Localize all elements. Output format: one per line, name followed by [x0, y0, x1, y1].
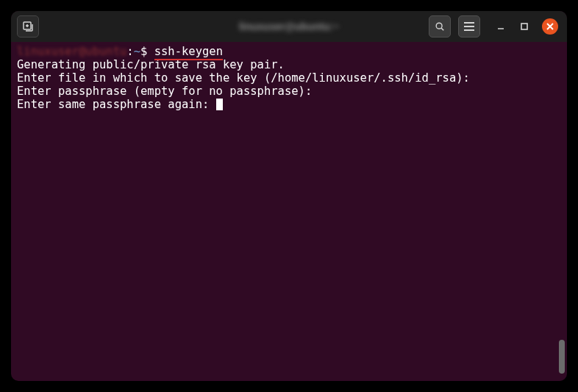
- svg-point-1: [436, 23, 442, 29]
- output-text-4: Enter same passphrase again:: [17, 98, 216, 111]
- prompt-dollar: $: [140, 45, 154, 58]
- titlebar: linuxuser@ubuntu:~: [11, 11, 567, 42]
- prompt-user-host: linuxuser@ubuntu: [17, 45, 126, 58]
- minimize-icon: [496, 22, 505, 31]
- prompt-line: linuxuser@ubuntu:~$ ssh-keygen: [17, 45, 561, 58]
- output-line-2: Enter file in which to save the key (/ho…: [17, 71, 561, 85]
- close-icon: [546, 23, 554, 30]
- window-controls: [495, 18, 558, 35]
- search-button[interactable]: [429, 15, 451, 38]
- output-line-4: Enter same passphrase again:: [17, 98, 561, 111]
- close-button[interactable]: [542, 18, 558, 35]
- svg-line-2: [441, 28, 443, 30]
- new-tab-icon: [22, 21, 34, 32]
- prompt-separator: :: [126, 45, 133, 58]
- window-title: linuxuser@ubuntu:~: [239, 21, 339, 32]
- prompt-path: ~: [134, 45, 140, 58]
- new-tab-button[interactable]: [17, 15, 39, 38]
- maximize-button[interactable]: [518, 21, 530, 32]
- menu-button[interactable]: [458, 15, 480, 38]
- terminal-window: linuxuser@ubuntu:~: [11, 11, 567, 381]
- titlebar-controls: [429, 15, 561, 38]
- scrollbar-thumb[interactable]: [559, 340, 565, 374]
- command-text: ssh-keygen: [154, 45, 223, 60]
- maximize-icon: [520, 22, 529, 31]
- output-line-3: Enter passphrase (empty for no passphras…: [17, 85, 561, 98]
- minimize-button[interactable]: [495, 21, 507, 32]
- search-icon: [435, 21, 445, 32]
- cursor: [216, 99, 223, 110]
- hamburger-icon: [464, 22, 474, 31]
- output-line-1: Generating public/private rsa key pair.: [17, 58, 561, 71]
- terminal-body[interactable]: linuxuser@ubuntu:~$ ssh-keygen Generatin…: [11, 42, 567, 381]
- svg-rect-4: [521, 24, 527, 29]
